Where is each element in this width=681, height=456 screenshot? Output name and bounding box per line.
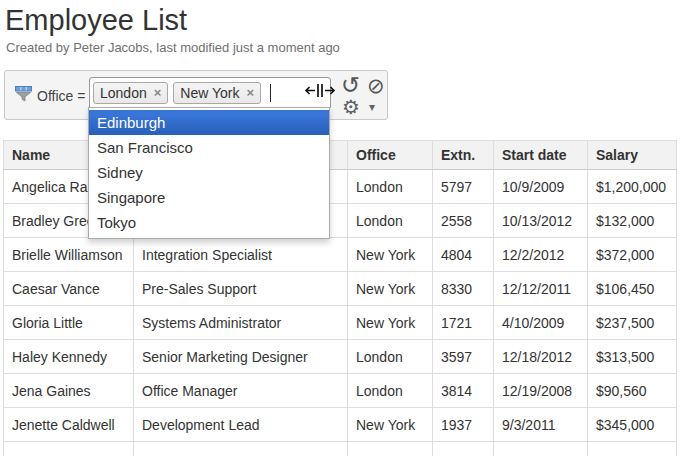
table-cell: New York xyxy=(348,272,433,306)
table-cell: 12/19/2008 xyxy=(494,374,588,408)
page-title: Employee List xyxy=(5,4,187,37)
table-cell: London xyxy=(348,340,433,374)
table-cell: 8330 xyxy=(433,272,494,306)
table-cell: Office Manager xyxy=(134,374,348,408)
table-cell: 4804 xyxy=(433,238,494,272)
clear-filter-icon[interactable]: ⊘ xyxy=(367,74,385,98)
dropdown-option[interactable]: Edinburgh xyxy=(89,110,329,135)
table-cell: New York xyxy=(348,408,433,442)
filter-token[interactable]: New York× xyxy=(173,82,261,104)
table-row: Caesar VancePre-Sales SupportNew York833… xyxy=(4,272,677,306)
table-cell xyxy=(134,442,348,456)
table-cell: 10/9/2009 xyxy=(494,170,588,204)
table-cell xyxy=(588,442,677,456)
table-cell xyxy=(348,442,433,456)
table-cell xyxy=(494,442,588,456)
table-cell: 3597 xyxy=(433,340,494,374)
table-cell: Brielle Williamson xyxy=(4,238,134,272)
table-row: Jena GainesOffice ManagerLondon381412/19… xyxy=(4,374,677,408)
table-cell: London xyxy=(348,374,433,408)
table-cell: Senior Marketing Designer xyxy=(134,340,348,374)
gear-icon[interactable]: ⚙ xyxy=(342,95,360,119)
table-row-partial xyxy=(4,442,677,456)
column-header[interactable]: Extn. xyxy=(433,141,494,170)
table-row: Haley KennedySenior Marketing DesignerLo… xyxy=(4,340,677,374)
column-header[interactable]: Start date xyxy=(494,141,588,170)
table-cell: Integration Specialist xyxy=(134,238,348,272)
table-cell: $106,450 xyxy=(588,272,677,306)
remove-token-icon[interactable]: × xyxy=(154,86,162,99)
table-cell: 10/13/2012 xyxy=(494,204,588,238)
table-cell: Haley Kennedy xyxy=(4,340,134,374)
table-cell: 1937 xyxy=(433,408,494,442)
table-cell: Pre-Sales Support xyxy=(134,272,348,306)
table-cell: Caesar Vance xyxy=(4,272,134,306)
table-cell: 5797 xyxy=(433,170,494,204)
office-filter-input[interactable]: London×New York× xyxy=(89,77,331,108)
table-cell: Gloria Little xyxy=(4,306,134,340)
table-cell: $132,000 xyxy=(588,204,677,238)
table-cell xyxy=(433,442,494,456)
filter-field-label: Office = xyxy=(37,88,85,104)
table-cell: 9/3/2011 xyxy=(494,408,588,442)
col-resize-cursor xyxy=(304,82,336,103)
column-header[interactable]: Salary xyxy=(588,141,677,170)
chevron-down-icon[interactable]: ▾ xyxy=(369,100,375,114)
table-cell: 12/12/2011 xyxy=(494,272,588,306)
table-cell: 4/10/2009 xyxy=(494,306,588,340)
table-cell: $345,000 xyxy=(588,408,677,442)
table-cell: $90,560 xyxy=(588,374,677,408)
table-cell: New York xyxy=(348,306,433,340)
table-cell: 12/18/2012 xyxy=(494,340,588,374)
table-cell: $1,200,000 xyxy=(588,170,677,204)
funnel-icon xyxy=(15,86,32,106)
table-cell: 1721 xyxy=(433,306,494,340)
table-cell: New York xyxy=(348,238,433,272)
table-cell: $372,000 xyxy=(588,238,677,272)
dropdown-option[interactable]: San Francisco xyxy=(89,135,329,160)
table-cell: Development Lead xyxy=(134,408,348,442)
office-filter-dropdown: EdinburghSan FranciscoSidneySingaporeTok… xyxy=(88,107,330,239)
table-cell: 3814 xyxy=(433,374,494,408)
remove-token-icon[interactable]: × xyxy=(246,86,254,99)
filter-token[interactable]: London× xyxy=(93,82,168,104)
table-cell xyxy=(4,442,134,456)
column-header[interactable]: Office xyxy=(348,141,433,170)
dropdown-option[interactable]: Sidney xyxy=(89,160,329,185)
table-cell: Systems Administrator xyxy=(134,306,348,340)
dropdown-option[interactable]: Singapore xyxy=(89,185,329,210)
text-caret xyxy=(270,84,271,102)
table-cell: $237,500 xyxy=(588,306,677,340)
byline: Created by Peter Jacobs, last modified j… xyxy=(6,40,340,55)
table-row: Jenette CaldwellDevelopment LeadNew York… xyxy=(4,408,677,442)
table-cell: $313,500 xyxy=(588,340,677,374)
table-cell: 12/2/2012 xyxy=(494,238,588,272)
table-cell: Jena Gaines xyxy=(4,374,134,408)
table-row: Gloria LittleSystems AdministratorNew Yo… xyxy=(4,306,677,340)
page: Employee List Created by Peter Jacobs, l… xyxy=(0,0,681,456)
dropdown-option[interactable]: Tokyo xyxy=(89,210,329,235)
table-row: Brielle WilliamsonIntegration Specialist… xyxy=(4,238,677,272)
table-cell: London xyxy=(348,204,433,238)
table-cell: 2558 xyxy=(433,204,494,238)
table-cell: London xyxy=(348,170,433,204)
table-cell: Jenette Caldwell xyxy=(4,408,134,442)
